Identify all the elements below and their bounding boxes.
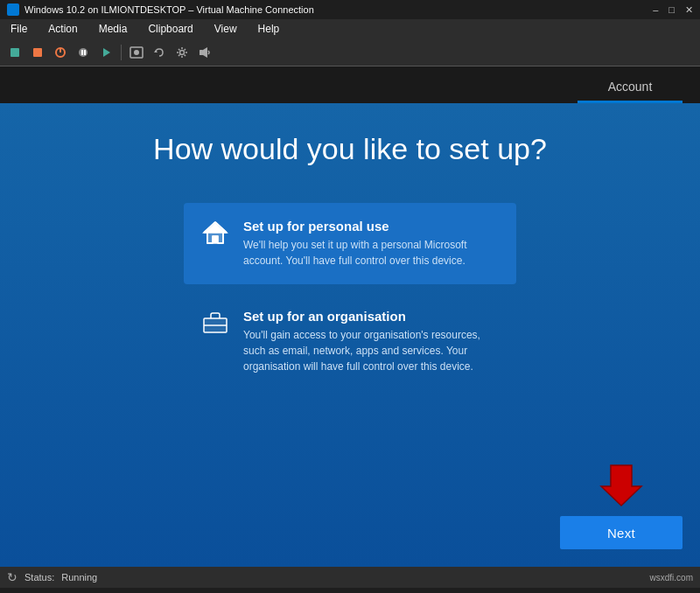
svg-rect-19	[213, 236, 218, 243]
status-value: Running	[61, 572, 97, 583]
status-bar-right: wsxdfi.com	[650, 573, 693, 583]
organisation-desc: You'll gain access to your organisation'…	[243, 327, 499, 374]
personal-use-desc: We'll help you set it up with a personal…	[243, 237, 499, 269]
svg-point-11	[180, 50, 185, 54]
toolbar	[0, 38, 700, 66]
svg-marker-23	[601, 465, 641, 506]
organisation-icon	[201, 310, 229, 339]
setup-option-personal[interactable]: Set up for personal use We'll help you s…	[184, 203, 516, 284]
minimize-button[interactable]: –	[653, 4, 658, 16]
menu-clipboard[interactable]: Clipboard	[143, 21, 198, 37]
menu-media[interactable]: Media	[94, 21, 133, 37]
toolbar-btn-reset[interactable]	[51, 43, 70, 62]
toolbar-btn-screenshot[interactable]	[127, 43, 146, 62]
svg-marker-7	[103, 48, 110, 57]
main-content: How would you like to set up? Set up for…	[0, 103, 700, 567]
title-bar-left: Windows 10.2 on ILMIONTDESKTOP – Virtual…	[7, 3, 314, 16]
organisation-text: Set up for an organisation You'll gain a…	[243, 309, 499, 374]
title-bar: Windows 10.2 on ILMIONTDESKTOP – Virtual…	[0, 0, 700, 19]
setup-option-organisation[interactable]: Set up for an organisation You'll gain a…	[184, 293, 516, 390]
next-area: Next	[560, 462, 682, 549]
watermark: wsxdfi.com	[650, 573, 693, 583]
toolbar-btn-audio[interactable]	[195, 43, 214, 62]
red-arrow-icon	[598, 462, 645, 509]
personal-use-icon	[201, 220, 229, 251]
toolbar-btn-power[interactable]	[5, 43, 24, 62]
toolbar-btn-pause[interactable]	[74, 43, 93, 62]
app-icon	[7, 3, 19, 16]
menu-file[interactable]: File	[5, 21, 32, 37]
status-bar: ↻ Status: Running wsxdfi.com	[0, 567, 700, 588]
svg-rect-5	[81, 50, 83, 55]
toolbar-btn-play[interactable]	[96, 43, 116, 62]
next-button[interactable]: Next	[560, 516, 682, 549]
account-tab[interactable]: Account	[578, 73, 682, 103]
toolbar-btn-undo[interactable]	[150, 43, 169, 62]
svg-rect-12	[200, 50, 203, 55]
svg-rect-0	[10, 48, 19, 57]
menu-action[interactable]: Action	[43, 21, 82, 37]
svg-marker-13	[203, 47, 207, 58]
window-title: Windows 10.2 on ILMIONTDESKTOP – Virtual…	[24, 4, 314, 15]
organisation-title: Set up for an organisation	[243, 309, 499, 324]
title-bar-controls[interactable]: – □ ✕	[653, 4, 693, 16]
toolbar-separator-1	[121, 45, 122, 60]
personal-use-title: Set up for personal use	[243, 219, 499, 234]
restore-button[interactable]: □	[668, 4, 675, 16]
refresh-icon[interactable]: ↻	[7, 570, 18, 584]
personal-use-text: Set up for personal use We'll help you s…	[243, 219, 499, 269]
menu-view[interactable]: View	[209, 21, 242, 37]
tab-bar: Account	[0, 66, 700, 103]
menu-bar: File Action Media Clipboard View Help	[0, 19, 700, 38]
status-label: Status:	[24, 572, 54, 583]
toolbar-btn-stop[interactable]	[28, 43, 47, 62]
svg-rect-6	[84, 50, 86, 55]
main-heading: How would you like to set up?	[153, 129, 547, 168]
svg-rect-1	[33, 48, 42, 57]
menu-help[interactable]: Help	[253, 21, 285, 37]
svg-point-9	[134, 50, 139, 55]
toolbar-btn-settings[interactable]	[172, 43, 192, 62]
close-button[interactable]: ✕	[685, 4, 693, 16]
status-bar-left: ↻ Status: Running	[7, 570, 97, 584]
